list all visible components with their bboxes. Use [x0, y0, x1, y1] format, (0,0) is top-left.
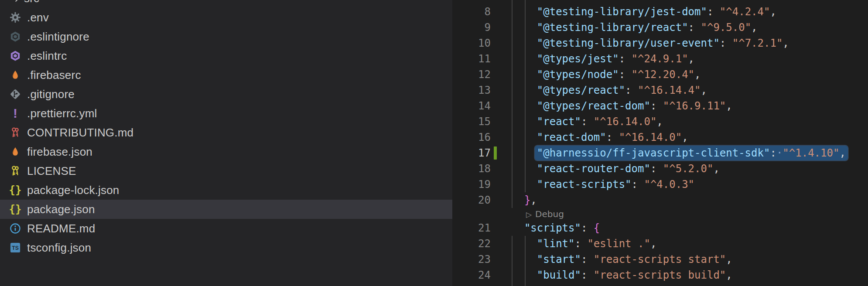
- sidebar-item-eslintrc[interactable]: .eslintrc: [0, 46, 452, 65]
- token-ws: ·: [776, 147, 783, 159]
- token-str: "^24.9.1": [632, 53, 688, 65]
- gear-icon: [9, 11, 21, 24]
- code-text[interactable]: "@types/react": "^16.14.4",: [512, 82, 707, 98]
- code-text[interactable]: "react": "^16.14.0",: [512, 114, 663, 129]
- token-str: "^16.9.11": [663, 100, 726, 112]
- token-punc: ,: [726, 269, 732, 281]
- sidebar-item-tsconfig-json[interactable]: TStsconfig.json: [0, 238, 452, 257]
- code-text[interactable]: "react-dom": "^16.14.0",: [512, 129, 688, 145]
- code-line-10: 10 "@testing-library/user-event": "^7.2.…: [452, 35, 868, 51]
- chevron-right-icon: [12, 0, 22, 3]
- token-brace: {: [594, 222, 600, 234]
- line-number[interactable]: 16: [452, 129, 491, 145]
- line-number[interactable]: 17: [452, 145, 491, 161]
- code-text[interactable]: "@testing-library/jest-dom": "^4.2.4",: [512, 4, 776, 20]
- code-text[interactable]: "@testing-library/user-event": "^7.2.1",: [512, 35, 789, 51]
- sidebar-item-firebaserc[interactable]: .firebaserc: [0, 65, 452, 85]
- code-text[interactable]: "build": "react-scripts build",: [512, 267, 732, 283]
- token-punc: ,: [839, 147, 845, 159]
- code-text[interactable]: "start": "react-scripts start",: [512, 252, 732, 267]
- token-punc: :: [650, 100, 663, 112]
- file-label: .eslintignore: [27, 30, 89, 44]
- token-punc: :: [720, 37, 732, 49]
- line-number[interactable]: 10: [452, 35, 491, 51]
- line-number[interactable]: 18: [452, 161, 491, 177]
- line-number[interactable]: 9: [452, 20, 491, 35]
- line-number[interactable]: 15: [452, 114, 491, 129]
- git-added-gutter-bar[interactable]: [494, 146, 497, 160]
- token-punc: ,: [682, 131, 688, 143]
- vscode-window: src.env.eslintignore.eslintrc.firebaserc…: [0, 0, 868, 286]
- token-punc: :: [632, 178, 644, 191]
- token-key: "build": [537, 269, 581, 281]
- git-icon: [9, 88, 21, 100]
- info-icon: [9, 222, 21, 235]
- token-str: "^7.2.1": [732, 37, 783, 49]
- line-number[interactable]: 12: [452, 67, 491, 82]
- token-str: "react-scripts start": [594, 253, 726, 266]
- line-number[interactable]: 22: [452, 236, 491, 252]
- ts-icon: TS: [9, 242, 21, 254]
- exclamation-icon: !: [9, 107, 21, 119]
- code-line-13: 13 "@types/react": "^16.14.4",: [452, 82, 868, 98]
- line-number[interactable]: 20: [452, 192, 491, 208]
- token-punc: :: [707, 6, 720, 18]
- sidebar-item-eslintignore[interactable]: .eslintignore: [0, 27, 452, 46]
- sidebar-item-package-lock-json[interactable]: {}package-lock.json: [0, 180, 452, 200]
- code-text[interactable]: "@harnessio/ff-javascript-client-sdk":·"…: [512, 145, 846, 161]
- sidebar-item-readme-md[interactable]: README.md: [0, 219, 452, 238]
- code-text[interactable]: "@types/jest": "^24.9.1",: [512, 51, 694, 67]
- file-label: README.md: [27, 222, 95, 235]
- token-key: "@types/jest": [537, 53, 619, 65]
- code-line-12: 12 "@types/node": "^12.20.4",: [452, 67, 868, 82]
- line-number[interactable]: 21: [452, 220, 491, 236]
- line-number[interactable]: 11: [452, 51, 491, 67]
- line-number[interactable]: 14: [452, 98, 491, 114]
- code-text[interactable]: "lint": "eslint .",: [512, 236, 656, 252]
- token-key: "react-router-dom": [537, 163, 650, 175]
- code-text[interactable]: "react-router-dom": "^5.2.0",: [512, 161, 720, 177]
- file-label: src: [24, 0, 39, 5]
- sidebar-item-contributing-md[interactable]: CONTRIBUTING.md: [0, 123, 452, 142]
- line-number[interactable]: 8: [452, 4, 491, 20]
- line-number[interactable]: 24: [452, 267, 491, 283]
- sidebar-item-prettierrc-yml[interactable]: !.prettierrc.yml: [0, 104, 452, 123]
- code-text[interactable]: "@types/node": "^12.20.4",: [512, 67, 701, 82]
- file-label: CONTRIBUTING.md: [27, 126, 133, 140]
- token-punc: :: [581, 116, 594, 128]
- code-line-20: 20 },: [452, 192, 868, 208]
- sidebar-item-src[interactable]: src: [0, 0, 452, 8]
- code-text[interactable]: "@types/react-dom": "^16.9.11",: [512, 98, 732, 114]
- file-label: tsconfig.json: [27, 241, 91, 255]
- token-punc: ,: [530, 194, 537, 206]
- line-number[interactable]: 13: [452, 82, 491, 98]
- keys-icon: [9, 165, 21, 177]
- sidebar-item-package-json[interactable]: {}package.json: [0, 200, 452, 219]
- codelens-debug[interactable]: ▷Debug: [526, 208, 564, 220]
- line-number[interactable]: 19: [452, 177, 491, 192]
- firebase-icon: [9, 69, 21, 81]
- token-key: "react": [537, 116, 581, 128]
- code-text[interactable]: "@testing-library/react": "^9.5.0",: [512, 20, 758, 35]
- code-line-23: 23 "start": "react-scripts start",: [452, 252, 868, 267]
- code-line-18: 18 "react-router-dom": "^5.2.0",: [452, 161, 868, 177]
- code-line-17: 17 "@harnessio/ff-javascript-client-sdk"…: [452, 145, 868, 161]
- sidebar-item-firebase-json[interactable]: firebase.json: [0, 142, 452, 161]
- code-line-19: 19 "react-scripts": "^4.0.3": [452, 177, 868, 192]
- token-key: "@testing-library/react": [537, 21, 688, 34]
- braces-icon: {}: [9, 184, 21, 196]
- code-text[interactable]: "react-scripts": "^4.0.3": [512, 177, 694, 192]
- file-label: .gitignore: [27, 88, 75, 101]
- token-key: "@testing-library/jest-dom": [537, 6, 707, 18]
- line-number[interactable]: 23: [452, 252, 491, 267]
- sidebar-item-env[interactable]: .env: [0, 8, 452, 27]
- sidebar-item-gitignore[interactable]: .gitignore: [0, 85, 452, 104]
- code-line-22: 22 "lint": "eslint .",: [452, 236, 868, 252]
- code-text[interactable]: },: [512, 192, 537, 208]
- code-text[interactable]: "scripts": {: [512, 220, 600, 236]
- sidebar-item-license[interactable]: LICENSE: [0, 161, 452, 180]
- token-brace: }: [524, 194, 530, 206]
- token-punc: ,: [713, 163, 719, 175]
- token-punc: ,: [688, 53, 694, 65]
- code-line-16: 16 "react-dom": "^16.14.0",: [452, 129, 868, 145]
